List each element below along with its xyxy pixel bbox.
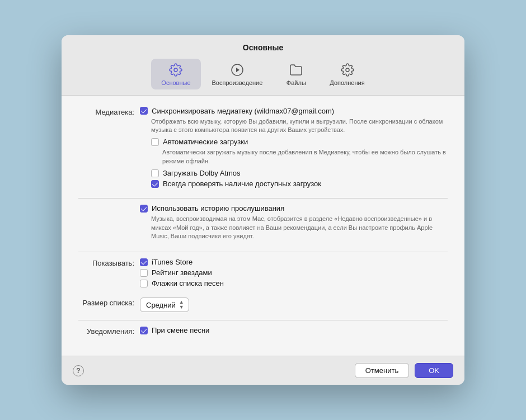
auto-download-description: Автоматически загружать музыку после доб… [162,148,448,166]
library-content: Синхронизировать медиатеку (wildmax07@gm… [140,107,448,191]
divider-3 [78,320,448,320]
tab-general[interactable]: Основные [151,59,200,89]
star-rating-label: Рейтинг звездами [152,268,212,277]
footer: ? Отменить OK [62,356,464,385]
history-row-label [78,204,140,205]
check-downloads-label: Всегда проверять наличие доступных загру… [163,180,321,188]
dolby-label: Загружать Dolby Atmos [163,169,241,177]
svg-point-3 [346,68,349,72]
button-group: Отменить OK [355,363,453,378]
check-downloads-checkbox[interactable] [151,180,159,188]
song-flags-label: Флажки списка песен [152,279,224,287]
library-label: Медиатека: [78,107,140,116]
notifications-content: При смене песни [140,326,448,337]
star-rating-row: Рейтинг звездами [140,268,448,277]
notifications-section: Уведомления: При смене песни [78,326,448,337]
show-label: Показывать: [78,258,140,267]
itunes-store-label: iTunes Store [152,258,192,266]
select-arrows-icon: ▲ ▼ [179,300,184,310]
history-section: Использовать историю прослушивания Музык… [78,204,448,244]
history-description: Музыка, воспроизводимая на этом Mac, ото… [151,215,448,240]
title-bar: Основные Основные [62,35,464,96]
svg-point-0 [174,68,177,72]
gear-advanced-icon [340,62,355,78]
list-size-select[interactable]: Средний ▲ ▼ [140,298,189,312]
song-flags-row: Флажки списка песен [140,279,448,287]
song-change-label: При смене песни [152,326,209,334]
tab-advanced[interactable]: Дополнения [320,59,374,89]
show-row: Показывать: iTunes Store Рейтинг звездам… [78,258,448,290]
library-row: Медиатека: Синхронизировать медиатеку (w… [78,107,448,191]
auto-download-row: Автоматические загрузки [151,138,448,146]
history-row: Использовать историю прослушивания Музык… [78,204,448,244]
list-size-label: Размер списка: [78,298,140,307]
song-change-row: При смене песни [140,326,448,334]
sync-label: Синхронизировать медиатеку (wildmax07@gm… [152,107,334,115]
content-area: Медиатека: Синхронизировать медиатеку (w… [62,96,464,356]
itunes-store-row: iTunes Store [140,258,448,266]
library-section: Медиатека: Синхронизировать медиатеку (w… [78,107,448,191]
song-flags-checkbox[interactable] [140,280,148,287]
history-checkbox[interactable] [140,205,148,213]
tab-playback[interactable]: Воспроизведение [202,59,273,89]
show-content: iTunes Store Рейтинг звездами Флажки спи… [140,258,448,290]
tab-files[interactable]: Файлы [274,59,318,89]
show-section: Показывать: iTunes Store Рейтинг звездам… [78,258,448,290]
folder-icon [288,62,304,78]
ok-button[interactable]: OK [415,363,453,378]
tab-playback-label: Воспроизведение [212,79,263,86]
divider-1 [78,198,448,199]
history-checkbox-row: Использовать историю прослушивания [140,204,448,213]
tab-general-label: Основные [161,79,190,86]
tab-advanced-label: Дополнения [330,79,364,86]
sync-checkbox[interactable] [140,107,148,115]
dolby-checkbox[interactable] [151,169,159,177]
notifications-row: Уведомления: При смене песни [78,326,448,337]
dolby-row: Загружать Dolby Atmos [151,169,448,177]
auto-download-group: Автоматические загрузки Автоматически за… [151,138,448,188]
preferences-window: Основные Основные [62,35,464,385]
svg-marker-2 [236,68,239,72]
cancel-button[interactable]: Отменить [355,363,409,378]
itunes-store-checkbox[interactable] [140,258,148,266]
help-button[interactable]: ? [73,365,84,376]
check-downloads-row: Всегда проверять наличие доступных загру… [151,180,448,188]
gear-icon [168,62,184,78]
star-rating-checkbox[interactable] [140,269,148,277]
play-icon [229,62,245,78]
list-size-row: Размер списка: Средний ▲ ▼ [78,298,448,312]
tab-files-label: Файлы [287,79,306,86]
auto-download-checkbox[interactable] [151,138,159,146]
toolbar: Основные Воспроизведение [73,59,453,89]
song-change-checkbox[interactable] [140,327,148,334]
sync-description: Отображать всю музыку, которую Вы добави… [151,117,448,135]
window-title: Основные [73,43,453,52]
list-size-section: Размер списка: Средний ▲ ▼ [78,298,448,312]
divider-2 [78,252,448,252]
list-size-value: Средний [146,301,176,309]
history-content: Использовать историю прослушивания Музык… [140,204,448,244]
notifications-label: Уведомления: [78,326,140,336]
auto-download-label: Автоматические загрузки [163,138,248,146]
sync-row: Синхронизировать медиатеку (wildmax07@gm… [140,107,448,115]
list-size-content: Средний ▲ ▼ [140,298,448,312]
history-label: Использовать историю прослушивания [152,204,284,213]
